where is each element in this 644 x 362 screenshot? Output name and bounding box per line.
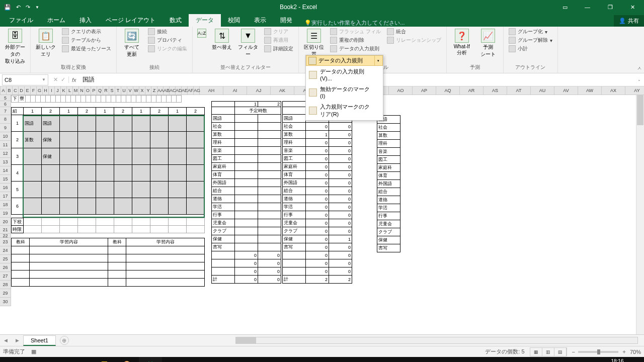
- dropdown-item-clear-marks[interactable]: 入力規則マークのクリア(R): [306, 101, 383, 120]
- sort-az-button[interactable]: A↓Z: [196, 28, 208, 39]
- from-table-button[interactable]: テーブルから: [60, 36, 113, 44]
- file-explorer-icon[interactable]: 🗂: [46, 357, 69, 362]
- windows-taskbar: ⊞ ◫ 🗂 e ▇ 🎨 X ㅅ あ 🔇 ☁ 18:162020/03/12 💬: [0, 357, 644, 362]
- excel-taskbar-icon[interactable]: X: [139, 357, 162, 362]
- group-label: 取得と変換: [34, 64, 113, 72]
- filter-button[interactable]: ▼フィルター: [236, 28, 260, 59]
- group-label: [3, 71, 27, 72]
- view-pagebreak-button[interactable]: ▤: [554, 348, 567, 356]
- tab-pagelayout[interactable]: ページ レイアウト: [99, 14, 163, 27]
- view-pagelayout-button[interactable]: ▥: [542, 348, 554, 356]
- show-queries-button[interactable]: クエリの表示: [60, 28, 113, 36]
- tab-file[interactable]: ファイル: [2, 14, 40, 27]
- qat-dropdown[interactable]: ▼: [35, 5, 39, 10]
- connections-button[interactable]: 接続: [146, 28, 189, 36]
- tell-me-search[interactable]: 💡 実行したい作業を入力してください...: [299, 19, 410, 27]
- subtotal-button[interactable]: 小計: [507, 45, 554, 53]
- zoom-slider[interactable]: [578, 351, 618, 353]
- remove-duplicates-button[interactable]: 重複の削除: [328, 36, 383, 44]
- tab-home[interactable]: ホーム: [40, 14, 72, 27]
- save-button[interactable]: 💾: [4, 4, 11, 11]
- fx-icon[interactable]: fx: [69, 77, 79, 83]
- group-button[interactable]: グループ化 ▾: [507, 28, 554, 36]
- dropdown-item-validation[interactable]: データの入力規則(V)...: [306, 66, 383, 83]
- whatif-button[interactable]: ❓What-If 分析: [450, 28, 474, 57]
- ribbon-tabs: ファイル ホーム 挿入 ページ レイアウト 数式 データ 校閲 表示 開発 💡 …: [0, 14, 644, 27]
- status-ready: 準備完了: [3, 348, 25, 355]
- new-query-button[interactable]: 📋新しいク エリ: [34, 28, 58, 59]
- relationships-button[interactable]: リレーションシップ: [385, 36, 443, 44]
- paint-icon[interactable]: 🎨: [116, 357, 139, 362]
- horizontal-scrollbar[interactable]: [235, 337, 638, 344]
- ie-icon[interactable]: e: [69, 357, 93, 362]
- sort-button[interactable]: ⇅並べ替え: [210, 28, 234, 52]
- status-count: データの個数: 5: [485, 348, 524, 355]
- tab-review[interactable]: 校閲: [221, 14, 247, 27]
- new-sheet-button[interactable]: ⊕: [60, 336, 69, 345]
- group-label: 並べ替えとフィルター: [196, 64, 295, 72]
- window-title: Book2 - Excel: [43, 4, 553, 11]
- flash-fill-button[interactable]: フラッシュ フィル: [328, 28, 383, 36]
- group-label: 接続: [120, 64, 189, 72]
- advanced-filter-button[interactable]: 詳細設定: [262, 45, 295, 53]
- tab-insert[interactable]: 挿入: [72, 14, 99, 27]
- undo-button[interactable]: ↶: [16, 4, 21, 11]
- dropdown-header[interactable]: データの入力規則 ▾: [306, 55, 383, 66]
- refresh-all-button[interactable]: 🔄すべて 更新: [120, 28, 144, 59]
- recent-sources-button[interactable]: 最近使ったソース: [60, 45, 113, 53]
- sheet-tab-bar: ◀ ▶ Sheet1 ⊕: [0, 334, 644, 346]
- share-button[interactable]: 👤 共有: [614, 15, 644, 27]
- dropdown-arrow-icon[interactable]: ▾: [374, 56, 381, 65]
- tray-clock[interactable]: 18:162020/03/12: [605, 358, 630, 362]
- vertical-scrollbar[interactable]: [636, 95, 644, 334]
- collapse-ribbon-button[interactable]: ㅅ: [637, 65, 642, 72]
- title-bar: 💾 ↶ ↷ ▼ Book2 - Excel ▭ — ❐ ✕: [0, 0, 644, 14]
- tab-data[interactable]: データ: [189, 14, 221, 27]
- maximize-button[interactable]: ❐: [599, 0, 621, 14]
- tab-developer[interactable]: 開発: [273, 14, 299, 27]
- macro-record-icon[interactable]: ▦: [31, 348, 36, 355]
- name-box[interactable]: C8▼: [2, 74, 48, 85]
- spreadsheet-grid[interactable]: ABCDEFGHIJKLMNOPQRSTUVWXYZAAABACADAEAFAG…: [0, 86, 644, 334]
- dropdown-item-mark-invalid[interactable]: 無効データのマーク(I): [306, 83, 383, 101]
- task-view-button[interactable]: ◫: [23, 357, 46, 362]
- group-label: 予測: [450, 64, 500, 72]
- consolidate-button[interactable]: 統合: [385, 28, 443, 36]
- data-validation-button[interactable]: データの入力規則: [328, 45, 383, 53]
- expand-formula-icon[interactable]: ⌄: [634, 77, 644, 82]
- properties-button[interactable]: プロパティ: [146, 36, 189, 44]
- reapply-button[interactable]: 再適用: [262, 36, 295, 44]
- external-data-button[interactable]: 🗄外部データの 取り込み: [3, 28, 27, 66]
- tab-formulas[interactable]: 数式: [163, 14, 189, 27]
- text-to-columns-button[interactable]: ☰区切り位置: [302, 28, 326, 59]
- sticky-notes-icon[interactable]: ▇: [93, 357, 116, 362]
- sheet-tab[interactable]: Sheet1: [23, 335, 56, 346]
- start-button[interactable]: ⊞: [0, 357, 23, 362]
- close-button[interactable]: ✕: [621, 0, 644, 14]
- ungroup-button[interactable]: グループ解除 ▾: [507, 36, 554, 44]
- sheet-nav-prev[interactable]: ◀: [0, 338, 12, 343]
- sheet-nav-next[interactable]: ▶: [12, 338, 23, 343]
- cancel-formula-icon[interactable]: ✕: [53, 76, 58, 83]
- clear-filter-button[interactable]: クリア: [262, 28, 295, 36]
- group-label: アウトライン: [507, 64, 554, 72]
- ribbon: 🗄外部データの 取り込み 📋新しいク エリ クエリの表示 テーブルから 最近使っ…: [0, 27, 644, 73]
- minimize-button[interactable]: —: [576, 0, 599, 14]
- tab-view[interactable]: 表示: [247, 14, 273, 27]
- zoom-out-button[interactable]: −: [572, 349, 575, 355]
- edit-links-button[interactable]: リンクの編集: [146, 45, 189, 53]
- zoom-level[interactable]: 70%: [630, 349, 641, 355]
- enter-formula-icon[interactable]: ✓: [61, 76, 65, 83]
- redo-button[interactable]: ↷: [26, 4, 30, 11]
- forecast-sheet-button[interactable]: 📈予測 シート: [476, 28, 500, 59]
- zoom-in-button[interactable]: ＋: [621, 348, 627, 355]
- view-normal-button[interactable]: ▦: [530, 348, 542, 356]
- status-bar: 準備完了 ▦ データの個数: 5 ▦ ▥ ▤ − ＋ 70%: [0, 346, 644, 357]
- data-validation-dropdown: データの入力規則 ▾ データの入力規則(V)... 無効データのマーク(I) 入…: [305, 55, 383, 121]
- row-headers[interactable]: 5678910111213141516171819202122232425262…: [0, 95, 11, 306]
- ribbon-options-button[interactable]: ▭: [553, 0, 576, 14]
